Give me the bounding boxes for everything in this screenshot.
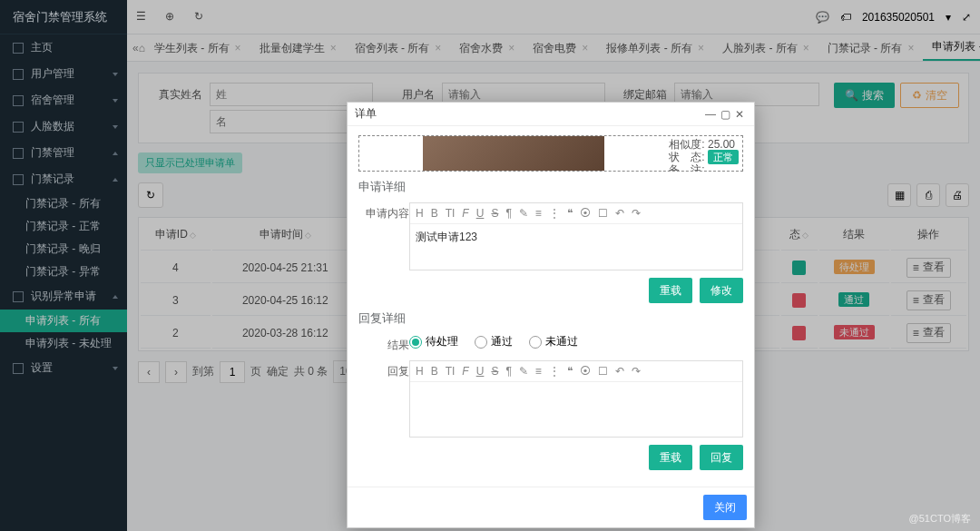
underline-icon[interactable]: U — [476, 365, 485, 378]
result-radio-group: 待处理 通过 未通过 — [409, 334, 578, 349]
ti-icon[interactable]: TI — [446, 207, 456, 220]
image-icon[interactable]: ☐ — [598, 365, 608, 378]
maximize-icon[interactable]: ▢ — [718, 108, 732, 121]
para-icon[interactable]: ¶ — [505, 207, 511, 220]
face-image — [423, 136, 604, 172]
underline-icon[interactable]: U — [476, 207, 485, 220]
radio-icon — [409, 336, 422, 349]
image-container: 相似度: 25.00 状 态: 正常 备 注: — [358, 135, 743, 172]
bold-icon[interactable]: B — [431, 365, 438, 378]
pen-icon[interactable]: ✎ — [519, 207, 528, 220]
reply-button[interactable]: 回复 — [700, 445, 743, 470]
close-icon[interactable]: ✕ — [732, 108, 747, 121]
more-icon[interactable]: ⋮ — [549, 365, 560, 378]
disc-icon[interactable]: ⦿ — [580, 207, 591, 220]
list-icon[interactable]: ≡ — [535, 365, 542, 378]
redo-icon[interactable]: ↷ — [632, 207, 641, 220]
modal-header: 详单 — ▢ ✕ — [348, 103, 754, 126]
modal-body: 相似度: 25.00 状 态: 正常 备 注: 申请详细 申请内容 HBTIFU… — [348, 126, 754, 487]
modify-button[interactable]: 修改 — [700, 278, 743, 303]
content-label: 申请内容 — [358, 202, 409, 221]
modal-footer: 关闭 — [348, 487, 754, 527]
reset-button[interactable]: 重载 — [649, 278, 692, 303]
strike-icon[interactable]: S — [491, 207, 498, 220]
quote-icon[interactable]: ❝ — [567, 365, 573, 378]
content-textarea[interactable]: 测试申请123 — [410, 224, 742, 270]
quote-icon[interactable]: ❝ — [567, 207, 573, 220]
italic-icon[interactable]: F — [462, 207, 468, 220]
result-label: 结果 — [358, 334, 409, 353]
reply-editor[interactable]: HBTIFUS¶✎≡⋮❝⦿☐↶↷ — [409, 360, 743, 438]
watermark: @51CTO博客 — [909, 512, 971, 526]
para-icon[interactable]: ¶ — [505, 365, 511, 378]
minimize-icon[interactable]: — — [703, 108, 718, 121]
strike-icon[interactable]: S — [491, 365, 498, 378]
modal-title: 详单 — [355, 106, 703, 122]
reply-label: 回复 — [358, 360, 409, 379]
editor-toolbar: HBTIFUS¶✎≡⋮❝⦿☐↶↷ — [410, 361, 742, 382]
editor-toolbar: HBTIFUS¶✎≡⋮❝⦿☐↶↷ — [410, 203, 742, 224]
undo-icon[interactable]: ↶ — [615, 207, 624, 220]
radio-icon — [475, 336, 487, 349]
radio-pass[interactable]: 通过 — [475, 334, 513, 349]
radio-reject[interactable]: 未通过 — [529, 334, 578, 349]
status-badge: 正常 — [708, 150, 739, 164]
bold-icon[interactable]: B — [431, 207, 438, 220]
list-icon[interactable]: ≡ — [535, 207, 542, 220]
content-editor[interactable]: HBTIFUS¶✎≡⋮❝⦿☐↶↷ 测试申请123 — [409, 202, 743, 270]
ti-icon[interactable]: TI — [446, 365, 456, 378]
section-reply-title: 回复详细 — [358, 310, 743, 327]
reply-textarea[interactable] — [410, 382, 742, 437]
undo-icon[interactable]: ↶ — [615, 365, 624, 378]
radio-pending[interactable]: 待处理 — [409, 334, 458, 349]
more-icon[interactable]: ⋮ — [549, 207, 560, 220]
image-icon[interactable]: ☐ — [598, 207, 608, 220]
detail-modal: 详单 — ▢ ✕ 相似度: 25.00 状 态: 正常 备 注: 申请详细 申请… — [347, 102, 755, 528]
disc-icon[interactable]: ⦿ — [580, 365, 591, 378]
reset2-button[interactable]: 重载 — [649, 445, 692, 470]
h-icon[interactable]: H — [416, 365, 424, 378]
h-icon[interactable]: H — [416, 207, 424, 220]
pen-icon[interactable]: ✎ — [519, 365, 528, 378]
section-apply-title: 申请详细 — [358, 179, 743, 195]
radio-icon — [529, 336, 542, 349]
redo-icon[interactable]: ↷ — [632, 365, 641, 378]
close-button[interactable]: 关闭 — [703, 495, 747, 520]
italic-icon[interactable]: F — [462, 365, 468, 378]
